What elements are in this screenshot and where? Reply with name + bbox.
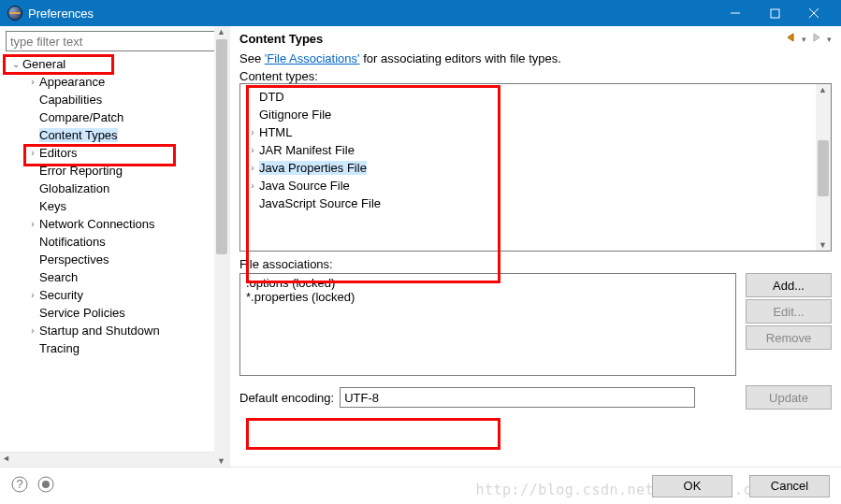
- close-button[interactable]: [794, 0, 834, 26]
- cancel-button[interactable]: Cancel: [749, 475, 830, 497]
- update-button[interactable]: Update: [746, 385, 832, 410]
- eclipse-icon: [7, 6, 22, 21]
- tree-item[interactable]: Capabilities: [4, 91, 229, 108]
- ok-button[interactable]: OK: [652, 475, 732, 497]
- highlight-box: [3, 54, 114, 75]
- tree-item[interactable]: Tracing: [4, 339, 229, 357]
- back-icon[interactable]: [785, 32, 798, 46]
- back-menu-icon[interactable]: ▾: [802, 35, 806, 44]
- tree-item[interactable]: Compare/Patch: [4, 108, 229, 126]
- sidebar: ⌄General›AppearanceCapabilitiesCompare/P…: [0, 26, 230, 467]
- tree-item[interactable]: Keys: [4, 197, 229, 215]
- edit-button[interactable]: Edit...: [746, 299, 832, 324]
- svg-rect-1: [771, 9, 779, 18]
- hint-text: See 'File Associations' for associating …: [239, 51, 832, 65]
- tree-item[interactable]: ›Security: [4, 286, 229, 304]
- forward-icon[interactable]: [810, 32, 823, 46]
- help-icon[interactable]: ?: [11, 476, 28, 496]
- file-associations-list[interactable]: .options (locked)*.properties (locked): [239, 273, 736, 376]
- preference-tree[interactable]: ⌄General›AppearanceCapabilitiesCompare/P…: [0, 53, 229, 452]
- tree-item[interactable]: Notifications: [4, 233, 229, 251]
- tree-item[interactable]: Globalization: [4, 180, 229, 197]
- add-button[interactable]: Add...: [746, 273, 832, 297]
- forward-menu-icon[interactable]: ▾: [827, 35, 832, 44]
- titlebar: Preferences: [0, 0, 841, 26]
- highlight-box: [23, 144, 176, 166]
- default-encoding-label: Default encoding:: [239, 391, 334, 405]
- tree-item[interactable]: ›Startup and Shutdown: [4, 322, 229, 339]
- tree-item[interactable]: ›Network Connections: [4, 215, 229, 233]
- tree-item[interactable]: Search: [4, 268, 229, 286]
- highlight-box: [246, 85, 500, 283]
- sidebar-v-scrollbar[interactable]: ▲ ▼: [214, 26, 229, 467]
- file-associations-link[interactable]: 'File Associations': [265, 51, 360, 65]
- tree-item[interactable]: ›Appearance: [4, 73, 229, 91]
- tree-item[interactable]: Perspectives: [4, 251, 229, 268]
- filter-box: [6, 31, 224, 51]
- footer: ? http://blog.csdn.net/ww521111.com OK C…: [0, 467, 841, 504]
- content-types-label: Content types:: [239, 69, 832, 83]
- tree-item[interactable]: Service Policies: [4, 304, 229, 322]
- file-association-item[interactable]: *.properties (locked): [246, 290, 730, 304]
- svg-text:?: ?: [16, 477, 22, 491]
- sidebar-h-scrollbar[interactable]: ◄ ►: [0, 452, 229, 467]
- highlight-box: [246, 418, 500, 450]
- window-title: Preferences: [28, 7, 716, 21]
- svg-point-7: [42, 481, 50, 488]
- nav-icons: ▾ ▾: [785, 32, 832, 46]
- filter-input[interactable]: [6, 31, 224, 51]
- tree-item[interactable]: Content Types: [4, 126, 229, 144]
- page-heading: Content Types: [239, 32, 785, 46]
- record-icon[interactable]: [37, 476, 54, 496]
- ct-v-scrollbar[interactable]: ▲ ▼: [816, 84, 831, 251]
- maximize-button[interactable]: [755, 0, 794, 26]
- minimize-button[interactable]: [716, 0, 755, 26]
- remove-button[interactable]: Remove: [746, 325, 832, 350]
- default-encoding-input[interactable]: [340, 387, 695, 408]
